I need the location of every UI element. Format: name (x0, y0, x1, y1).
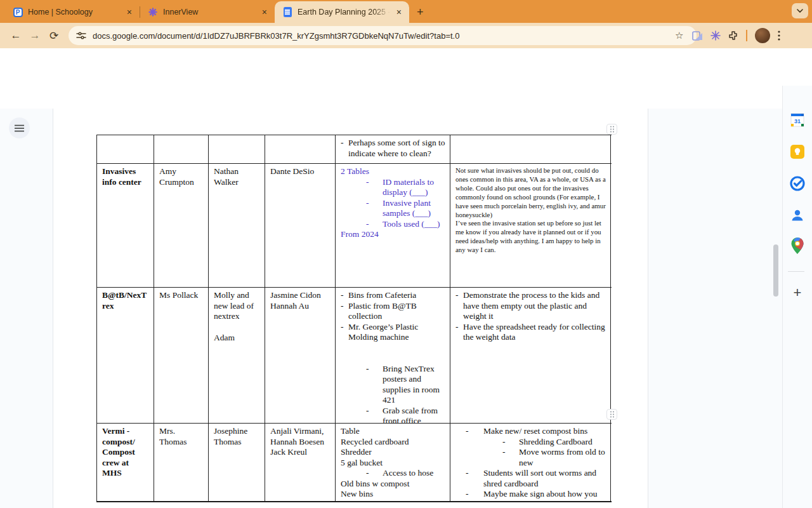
table-row: -Perhaps some sort of sign to indicate w… (97, 135, 612, 164)
close-tab-icon[interactable]: × (126, 7, 133, 17)
reload-button[interactable]: ⟳ (44, 29, 63, 43)
table-cell[interactable] (154, 135, 209, 163)
doc-text: Walker (214, 177, 260, 188)
tab-strip: P Home | Schoology × InnerView × Earth D… (0, 0, 812, 23)
doc-text: Jasmine Cidon (270, 290, 331, 301)
doc-text: compost/ (102, 437, 149, 448)
tab-organizer-icon[interactable] (692, 31, 703, 41)
doc-text: Old bins w compost (341, 479, 445, 490)
extensions-puzzle-icon[interactable] (728, 30, 738, 41)
google-maps-icon[interactable] (789, 237, 806, 255)
back-button[interactable]: ← (6, 29, 25, 42)
doc-text: Jack Kreul (270, 447, 331, 458)
close-tab-icon[interactable]: × (261, 7, 268, 17)
table-cell[interactable]: -Perhaps some sort of sign to indicate w… (336, 135, 450, 163)
doc-text: Invasives info center (102, 166, 149, 187)
doc-text: -Shredding Cardboard (502, 437, 606, 448)
table-cell[interactable]: Molly and new lead of nextrexAdam (209, 288, 265, 423)
doc-text: Anjali Virmani, (270, 426, 331, 437)
table-cell[interactable]: Invasives info center (97, 164, 154, 287)
table-cell[interactable]: JosephineThomas (209, 424, 265, 502)
doc-text: Not sure what invasives should be put ou… (455, 166, 606, 219)
table-cell[interactable]: -Demonstrate the process to the kids and… (450, 288, 611, 423)
doc-text: 2 Tables (341, 166, 445, 177)
doc-text: -Plastic from B@TB collection (341, 301, 445, 322)
google-keep-icon[interactable] (789, 143, 806, 161)
doc-text: -Demonstrate the process to the kids and… (455, 290, 606, 322)
doc-text: Molly and new lead of nextrex (214, 290, 260, 322)
get-add-ons-button[interactable]: + (789, 284, 806, 302)
google-calendar-icon[interactable]: 31 (789, 111, 806, 129)
doc-text: -Have the spreadsheet ready for collecti… (455, 322, 606, 343)
table-cell[interactable] (450, 135, 611, 163)
url-field[interactable]: docs.google.com/document/d/1IdDZ7uJBRFBR… (69, 26, 697, 45)
tab-schoology[interactable]: P Home | Schoology × (5, 1, 140, 23)
vertical-scrollbar[interactable] (773, 244, 778, 297)
doc-text: New bins (341, 489, 445, 500)
table-cell[interactable] (209, 135, 265, 163)
table-cell[interactable] (97, 135, 154, 163)
table-cell[interactable]: Ms Pollack (154, 288, 209, 423)
tab-innerview[interactable]: InnerView × (140, 1, 275, 23)
forward-button[interactable]: → (25, 29, 44, 42)
rail-divider (788, 271, 804, 272)
doc-text: Thomas (214, 437, 260, 448)
doc-text: Mrs. (159, 426, 204, 437)
bookmark-star-icon[interactable]: ☆ (675, 30, 683, 41)
tab-earth-day-doc[interactable]: Earth Day Planning 2025 - Go × (275, 1, 409, 23)
doc-text: Josephine (214, 426, 260, 437)
browser-menu-icon[interactable] (778, 30, 780, 41)
schoology-favicon: P (13, 7, 23, 17)
close-tab-icon[interactable]: × (395, 7, 403, 17)
table-cell[interactable]: NathanWalker (209, 164, 265, 287)
table-cell[interactable]: B@tB/NexTrex (97, 288, 154, 423)
table-cell[interactable]: -Make new/ reset compost bins-Shredding … (450, 424, 611, 502)
doc-text: -Access to hose (366, 468, 445, 479)
profile-avatar[interactable] (755, 28, 770, 43)
document-outline-button[interactable] (9, 117, 30, 138)
extension-snowflake-icon[interactable] (710, 30, 721, 41)
doc-text: Adam (214, 333, 260, 344)
doc-text: Recycled cardboard (341, 437, 445, 448)
doc-text: -Mr. George’s Plastic Molding machine (341, 322, 445, 343)
table-row: Invasives info centerAmyCrumptonNathanWa… (97, 164, 612, 288)
doc-text: -Tools used (___) (366, 219, 445, 230)
doc-text: -Perhaps some sort of sign to indicate w… (341, 138, 445, 159)
innerview-favicon (148, 7, 158, 17)
table-cell[interactable]: Vermi -compost/Compostcrew atMHS (97, 424, 154, 502)
table-cell[interactable]: 2 Tables-ID materials to display (___)-I… (336, 164, 450, 287)
doc-text: 5 gal bucket (341, 458, 445, 469)
table-cell[interactable]: -Bins from Cafeteria-Plastic from B@TB c… (336, 288, 450, 423)
table-cell[interactable]: TableRecycled cardboardShredder5 gal buc… (336, 424, 450, 502)
doc-text: -Make new/ reset compost bins (466, 426, 606, 437)
new-tab-button[interactable]: + (417, 6, 424, 19)
table-cell[interactable]: Not sure what invasives should be put ou… (450, 164, 611, 287)
doc-text: crew at (102, 458, 149, 469)
toolbar-row: A 100%▼ Normal text▼ Times ...▼ − 14 + B… (0, 86, 812, 109)
url-text: docs.google.com/document/d/1IdDZ7uJBRFBR… (93, 31, 689, 41)
doc-text: -Grab scale from front office (366, 406, 445, 424)
side-panel-rail: 31 + › (782, 86, 812, 508)
divider (746, 30, 747, 41)
table-cell[interactable]: Mrs.Thomas (154, 424, 209, 502)
doc-text: Crumpton (159, 177, 204, 188)
table-drag-handle[interactable] (606, 124, 617, 135)
table-cell[interactable]: Anjali Virmani,Hannah BoesenJack Kreul (265, 424, 336, 502)
tab-search-button[interactable] (792, 3, 808, 18)
doc-text: Ms Pollack (159, 290, 204, 301)
document-page[interactable]: -Perhaps some sort of sign to indicate w… (53, 109, 648, 508)
doc-text: -Move worms from old to new (502, 447, 606, 468)
google-tasks-icon[interactable] (789, 175, 806, 192)
table-cell[interactable]: Jasmine CidonHannah Au (265, 288, 336, 423)
table-cell[interactable]: Dante DeSio (265, 164, 336, 287)
site-info-icon[interactable] (76, 31, 86, 40)
doc-text: I’ve seen the invasive station set up be… (455, 219, 606, 255)
doc-text: Hannah Au (270, 301, 331, 312)
table-drag-handle[interactable] (606, 409, 617, 420)
google-contacts-icon[interactable] (789, 206, 806, 224)
table-cell[interactable] (265, 135, 336, 163)
tab-title: Earth Day Planning 2025 - Go (298, 8, 390, 17)
doc-text: Dante DeSio (270, 166, 331, 177)
table-bottom-border (96, 501, 612, 502)
table-cell[interactable]: AmyCrumpton (154, 164, 209, 287)
